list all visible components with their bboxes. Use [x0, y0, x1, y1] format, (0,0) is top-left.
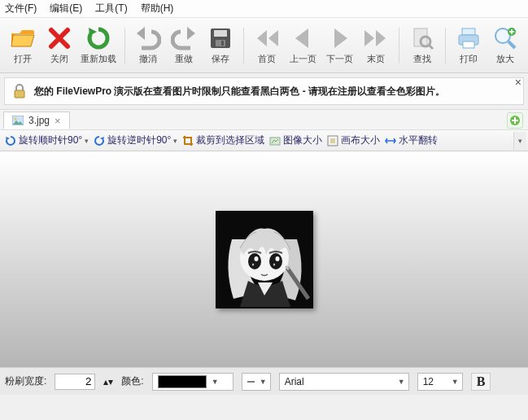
- color-swatch: [158, 375, 207, 388]
- save-label: 保存: [212, 53, 229, 65]
- print-button[interactable]: 打印: [451, 21, 487, 70]
- properties-bar: 粉刷宽度: ▴▾ 颜色: ▼ ▼ Arial ▼ 12 ▼ B: [0, 367, 528, 395]
- undo-button[interactable]: 撤消: [130, 21, 166, 70]
- prev-label: 上一页: [290, 53, 316, 65]
- reload-button[interactable]: 重新加载: [77, 21, 120, 70]
- magnifier-document-icon: [409, 25, 435, 51]
- svg-rect-3: [221, 41, 224, 46]
- displayed-image: [216, 211, 313, 308]
- image-thumb-icon: [12, 116, 24, 125]
- svg-rect-11: [15, 90, 24, 98]
- first-page-button[interactable]: 首页: [249, 21, 285, 70]
- tab-strip: 3.jpg ×: [0, 109, 528, 130]
- menubar: 文件(F) 编辑(E) 工具(T) 帮助(H): [0, 0, 528, 18]
- brush-width-spinner[interactable]: ▴▾: [103, 376, 113, 387]
- flip-horizontal-button[interactable]: 水平翻转: [385, 133, 438, 147]
- reload-icon: [85, 25, 111, 51]
- svg-rect-1: [214, 30, 227, 37]
- close-label: 关闭: [50, 53, 68, 65]
- next-label: 下一页: [326, 53, 353, 65]
- file-tab[interactable]: 3.jpg ×: [3, 112, 70, 129]
- crop-button[interactable]: 裁剪到选择区域: [182, 133, 264, 147]
- svg-point-24: [251, 263, 253, 265]
- line-style-picker[interactable]: ▼: [242, 373, 271, 391]
- svg-rect-6: [462, 28, 475, 35]
- chevron-down-icon: ▼: [260, 378, 267, 386]
- tab-label: 3.jpg: [28, 115, 50, 126]
- undo-icon: [135, 25, 161, 51]
- image-size-button[interactable]: 图像大小: [269, 133, 322, 147]
- dropdown-arrow-icon[interactable]: ▾: [85, 137, 89, 145]
- redo-icon: [171, 25, 197, 51]
- rotate-cw-label: 旋转顺时针90°: [19, 133, 82, 147]
- add-tab-button[interactable]: [507, 112, 523, 129]
- canvas-size-icon: [327, 135, 338, 147]
- chevron-down-icon: ▾: [518, 137, 522, 145]
- toolbar-separator: [124, 28, 125, 63]
- svg-rect-2: [216, 40, 225, 46]
- menu-edit[interactable]: 编辑(E): [50, 2, 82, 15]
- next-icon: [326, 25, 352, 51]
- svg-rect-17: [330, 138, 335, 143]
- brush-width-input[interactable]: [55, 374, 95, 390]
- font-family-picker[interactable]: Arial ▼: [279, 373, 409, 391]
- plus-icon: [509, 115, 521, 126]
- rotate-ccw-label: 旋转逆时针90°: [107, 133, 171, 147]
- rotate-cw-button[interactable]: 旋转顺时针90° ▾: [5, 133, 89, 147]
- font-size-picker[interactable]: 12 ▼: [417, 373, 463, 391]
- find-button[interactable]: 查找: [404, 21, 440, 70]
- zoom-label: 放大: [496, 53, 514, 65]
- crop-icon: [182, 135, 194, 147]
- banner-close-button[interactable]: ×: [515, 77, 521, 88]
- first-icon: [254, 25, 280, 51]
- line-style-icon: [247, 378, 255, 385]
- prev-icon: [290, 25, 316, 51]
- menu-file[interactable]: 文件(F): [5, 2, 37, 15]
- notice-text: 您的 FileViewPro 演示版在查看图片时限制只能查看黑白两色 - 请现在…: [34, 85, 445, 98]
- toolbar-separator: [445, 28, 446, 63]
- redo-button[interactable]: 重做: [166, 21, 202, 70]
- printer-icon: [456, 25, 482, 51]
- ops-overflow-button[interactable]: ▾: [513, 132, 526, 150]
- chevron-down-icon: ▼: [452, 378, 459, 386]
- main-toolbar: 打开 关闭 重新加载 撤消 重做 保存 首页 上一页 下一页 末页 查找: [0, 18, 528, 73]
- tab-close-button[interactable]: ×: [55, 115, 61, 127]
- rotate-cw-icon: [5, 135, 16, 147]
- brush-width-label: 粉刷宽度:: [5, 374, 46, 388]
- save-button[interactable]: 保存: [203, 21, 238, 70]
- dropdown-arrow-icon[interactable]: ▾: [173, 137, 177, 145]
- toolbar-separator: [243, 28, 244, 63]
- crop-label: 裁剪到选择区域: [196, 133, 264, 147]
- font-family-value: Arial: [285, 376, 393, 387]
- canvas-size-button[interactable]: 画布大小: [327, 133, 380, 147]
- color-picker[interactable]: ▼: [152, 373, 233, 391]
- rotate-ccw-button[interactable]: 旋转逆时针90° ▾: [94, 133, 177, 147]
- zoom-button[interactable]: 放大: [487, 21, 523, 70]
- redo-label: 重做: [175, 53, 193, 65]
- lock-icon: [11, 83, 28, 99]
- chevron-down-icon: ▼: [212, 378, 219, 386]
- open-button[interactable]: 打开: [5, 21, 41, 70]
- resize-image-icon: [269, 135, 281, 147]
- svg-point-23: [275, 256, 279, 261]
- svg-point-25: [273, 263, 274, 265]
- find-label: 查找: [413, 53, 431, 65]
- bold-button[interactable]: B: [471, 373, 491, 391]
- rotate-ccw-icon: [94, 135, 105, 147]
- chevron-down-icon: ▼: [398, 378, 405, 386]
- canvas-size-label: 画布大小: [341, 133, 380, 147]
- image-viewport[interactable]: [0, 151, 528, 367]
- image-ops-bar: 旋转顺时针90° ▾ 旋转逆时针90° ▾ 裁剪到选择区域 图像大小 画布大小 …: [0, 130, 528, 151]
- open-label: 打开: [14, 53, 32, 65]
- next-page-button[interactable]: 下一页: [321, 21, 357, 70]
- last-page-button[interactable]: 末页: [357, 21, 393, 70]
- x-icon: [46, 25, 72, 51]
- anime-character-bw-icon: [216, 211, 313, 308]
- color-label: 颜色:: [121, 374, 143, 388]
- last-icon: [363, 25, 389, 51]
- close-button[interactable]: 关闭: [41, 21, 76, 70]
- last-label: 末页: [367, 53, 385, 65]
- menu-tools[interactable]: 工具(T): [95, 2, 127, 15]
- prev-page-button[interactable]: 上一页: [285, 21, 321, 70]
- menu-help[interactable]: 帮助(H): [141, 2, 174, 15]
